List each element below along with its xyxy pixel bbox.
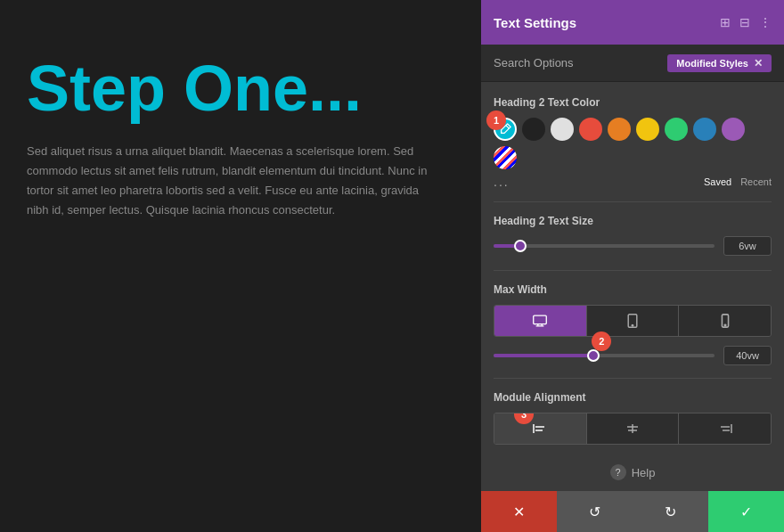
align-center-btn[interactable] xyxy=(587,413,680,444)
panel-footer: ✕ ↺ ↻ ✓ xyxy=(481,491,784,532)
svg-rect-0 xyxy=(534,315,547,323)
step-body: Sed aliquet risus a urna aliquet blandit… xyxy=(27,142,437,220)
divider-3 xyxy=(494,378,772,379)
desktop-device-btn[interactable] xyxy=(494,306,587,336)
color-swatch-row: 1 xyxy=(494,118,772,169)
badge-1: 1 xyxy=(486,110,506,130)
step-heading: Step One... xyxy=(27,53,437,124)
saved-tab[interactable]: Saved xyxy=(704,176,731,187)
text-color-label: Heading 2 Text Color xyxy=(494,96,772,109)
max-width-thumb[interactable] xyxy=(587,349,600,362)
modified-label: Modified Styles xyxy=(676,58,748,69)
swatch-red[interactable] xyxy=(579,118,602,141)
swatch-blue[interactable] xyxy=(693,118,716,141)
text-size-section: Heading 2 Text Size 6vw xyxy=(494,215,772,256)
swatch-multicolor[interactable] xyxy=(494,146,517,169)
swatch-black[interactable] xyxy=(522,118,545,141)
swatch-purple[interactable] xyxy=(722,118,745,141)
grid-icon[interactable]: ⊞ xyxy=(720,15,731,29)
saved-recent-tabs: Saved Recent xyxy=(704,176,772,187)
modified-badge[interactable]: Modified Styles ✕ xyxy=(667,54,772,72)
max-width-label: Max Width xyxy=(494,283,772,296)
mobile-device-btn[interactable] xyxy=(679,306,771,336)
alignment-buttons: 3 xyxy=(494,413,772,445)
svg-point-7 xyxy=(724,324,725,325)
modified-close-icon[interactable]: ✕ xyxy=(754,57,763,70)
text-size-label: Heading 2 Text Size xyxy=(494,215,772,227)
text-size-track[interactable] xyxy=(494,244,715,248)
cancel-button[interactable]: ✕ xyxy=(481,491,557,532)
dots-button[interactable]: ... xyxy=(494,175,510,189)
help-label: Help xyxy=(632,466,656,479)
swatch-yellow[interactable] xyxy=(636,118,659,141)
device-buttons xyxy=(494,305,772,337)
align-right-btn[interactable] xyxy=(679,413,771,444)
max-width-value[interactable]: 40vw xyxy=(723,346,772,365)
swatch-white[interactable] xyxy=(551,118,574,141)
swatch-green[interactable] xyxy=(665,118,688,141)
max-width-slider-row: 2 40vw xyxy=(494,346,772,365)
more-icon[interactable]: ⋮ xyxy=(759,15,772,29)
panel-header: Text Settings ⊞ ⊟ ⋮ xyxy=(481,0,784,45)
align-left-btn[interactable] xyxy=(494,413,587,444)
svg-point-5 xyxy=(632,324,633,326)
text-size-thumb[interactable] xyxy=(514,240,527,252)
swatch-orange[interactable] xyxy=(608,118,631,141)
max-width-track[interactable] xyxy=(494,354,715,357)
undo-button[interactable]: ↺ xyxy=(557,491,633,532)
alignment-label: Module Alignment xyxy=(494,391,772,404)
settings-panel: Text Settings ⊞ ⊟ ⋮ Search Options Modif… xyxy=(481,0,784,532)
help-row[interactable]: ? Help xyxy=(494,457,772,487)
save-button[interactable]: ✓ xyxy=(708,491,784,532)
panel-body: Heading 2 Text Color 1 ... xyxy=(481,82,784,491)
columns-icon[interactable]: ⊟ xyxy=(739,15,750,29)
divider-1 xyxy=(494,201,772,202)
panel-header-icons: ⊞ ⊟ ⋮ xyxy=(720,15,772,29)
search-options-label: Search Options xyxy=(494,56,574,70)
max-width-fill xyxy=(494,354,593,357)
color-sub-row: ... Saved Recent xyxy=(494,175,772,189)
panel-title: Text Settings xyxy=(494,15,576,30)
left-content: Step One... Sed aliquet risus a urna ali… xyxy=(0,0,463,532)
badge-2: 2 xyxy=(592,331,611,351)
text-size-value[interactable]: 6vw xyxy=(723,236,772,256)
panel-search-bar: Search Options Modified Styles ✕ xyxy=(481,45,784,82)
recent-tab[interactable]: Recent xyxy=(740,176,772,187)
divider-2 xyxy=(494,270,772,271)
text-size-slider-row: 6vw xyxy=(494,236,772,256)
help-icon: ? xyxy=(610,464,626,480)
redo-button[interactable]: ↻ xyxy=(633,491,708,532)
